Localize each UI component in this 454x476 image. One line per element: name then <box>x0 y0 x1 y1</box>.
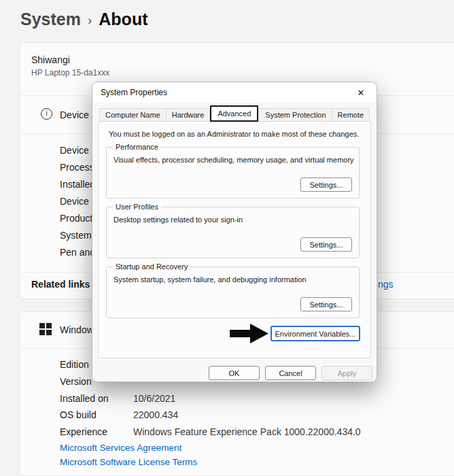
win-row-label: Edition <box>60 359 89 370</box>
breadcrumb: System › About <box>20 10 147 29</box>
user-profiles-settings-button[interactable]: Settings... <box>300 237 352 252</box>
windows-logo-icon <box>39 323 52 335</box>
spec-row-label: Product <box>60 213 92 224</box>
breadcrumb-chevron-icon: › <box>88 11 92 28</box>
cancel-button[interactable]: Cancel <box>265 366 316 380</box>
win-row-value: 10/6/2021 <box>133 393 175 404</box>
performance-settings-button[interactable]: Settings... <box>300 177 352 192</box>
device-specs-header[interactable]: Device s <box>60 109 97 120</box>
tab-hardware[interactable]: Hardware <box>166 108 211 122</box>
startup-recovery-group-title: Startup and Recovery <box>113 262 190 271</box>
dialog-titlebar[interactable]: System Properties ✕ <box>92 82 377 103</box>
tab-strip: Computer Name Hardware Advanced System P… <box>99 105 369 122</box>
related-link-fragment[interactable]: ngs <box>378 279 394 290</box>
related-links-label: Related links <box>31 279 90 290</box>
startup-recovery-group-description: System startup, system failure, and debu… <box>114 275 307 284</box>
startup-recovery-group: Startup and Recovery System startup, sys… <box>106 267 360 318</box>
performance-group: Performance Visual effects, processor sc… <box>106 147 360 199</box>
environment-variables-button[interactable]: Environment Variables... <box>270 326 360 341</box>
win-row-value: 22000.434 <box>133 409 178 420</box>
win-row-value: Windows Feature Experience Pack 1000.220… <box>133 426 361 437</box>
windows-specs-header[interactable]: Window <box>60 324 94 335</box>
apply-button[interactable]: Apply <box>321 366 372 380</box>
spec-row-label: Installed <box>60 179 95 190</box>
ok-button[interactable]: OK <box>209 366 260 380</box>
settings-window: System › About Shiwangi HP Laptop 15-da1… <box>0 0 454 476</box>
device-model: HP Laptop 15-da1xxx <box>31 68 109 78</box>
user-profiles-group-title: User Profiles <box>113 203 161 211</box>
close-icon: ✕ <box>357 88 365 98</box>
license-terms-link[interactable]: Microsoft Software License Terms <box>60 457 197 467</box>
system-properties-dialog: System Properties ✕ Computer Name Hardwa… <box>92 82 377 382</box>
spec-row-label: Device I <box>60 196 94 207</box>
win-row-label: OS build <box>60 409 97 420</box>
win-row-label: Experience <box>60 426 107 437</box>
page-title: About <box>99 10 147 29</box>
performance-group-title: Performance <box>113 143 161 151</box>
performance-group-description: Visual effects, processor scheduling, me… <box>114 156 354 164</box>
tab-advanced[interactable]: Advanced <box>210 105 258 122</box>
services-agreement-link[interactable]: Microsoft Services Agreement <box>60 443 181 453</box>
dialog-close-button[interactable]: ✕ <box>349 82 372 103</box>
pointer-arrow-icon <box>230 322 269 345</box>
device-name: Shiwangi <box>31 54 70 65</box>
tab-remote[interactable]: Remote <box>332 108 370 122</box>
info-icon: i <box>41 108 52 120</box>
user-profiles-group: User Profiles Desktop settings related t… <box>106 207 360 258</box>
win-row-label: Version <box>60 376 92 387</box>
win-row-label: Installed on <box>60 393 109 404</box>
dialog-title: System Properties <box>101 82 167 103</box>
spec-row-label: Pen and <box>60 247 95 258</box>
tab-system-protection[interactable]: System Protection <box>259 108 332 122</box>
startup-recovery-settings-button[interactable]: Settings... <box>300 297 352 311</box>
breadcrumb-system[interactable]: System <box>20 10 81 29</box>
tab-computer-name[interactable]: Computer Name <box>99 108 167 122</box>
admin-note: You must be logged on as an Administrato… <box>109 130 367 138</box>
user-profiles-group-description: Desktop settings related to your sign-in <box>114 216 243 224</box>
